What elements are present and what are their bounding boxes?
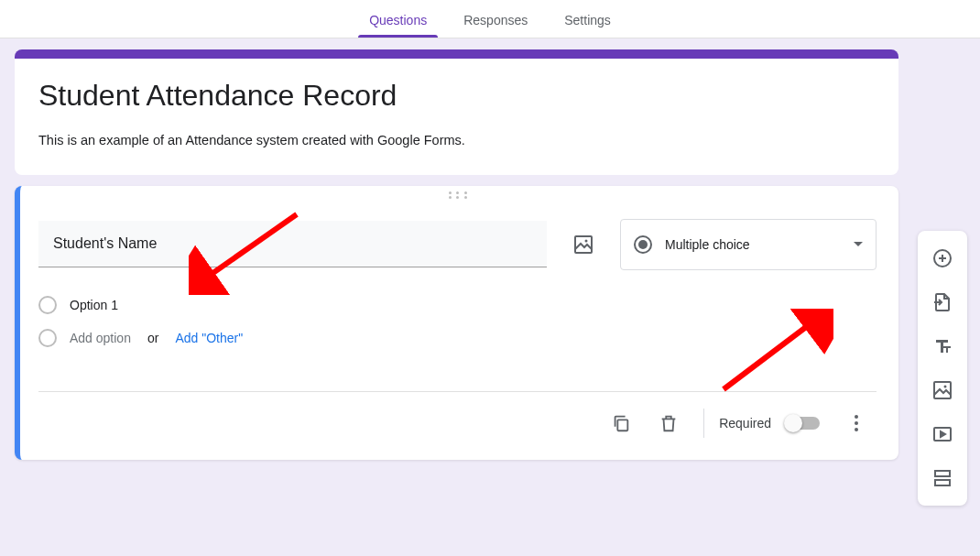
add-image-button[interactable]: [561, 223, 605, 267]
image-icon: [931, 379, 953, 401]
add-option-row: Add option or Add "Other": [38, 322, 877, 354]
svg-rect-4: [934, 382, 951, 398]
question-footer: Required: [38, 391, 877, 449]
question-card: Multiple choice Option 1 Add option or A…: [15, 186, 898, 460]
add-title-button[interactable]: [922, 326, 963, 366]
required-label: Required: [719, 416, 771, 431]
tab-responses[interactable]: Responses: [460, 2, 531, 37]
radio-circle-icon: [38, 296, 57, 314]
more-vertical-icon: [855, 415, 858, 431]
svg-rect-2: [618, 420, 628, 431]
tab-questions[interactable]: Questions: [365, 2, 430, 37]
radio-circle-icon: [38, 329, 57, 347]
drag-handle[interactable]: [20, 186, 898, 201]
trash-icon: [659, 413, 679, 433]
svg-rect-8: [935, 480, 950, 485]
question-title-input[interactable]: [38, 221, 547, 267]
add-option-button[interactable]: Add option: [70, 331, 131, 345]
svg-point-1: [585, 239, 588, 242]
question-header-row: Multiple choice: [38, 219, 877, 270]
form-container: Student Attendance Record This is an exa…: [15, 49, 898, 460]
video-icon: [931, 423, 953, 445]
form-header-card[interactable]: Student Attendance Record This is an exa…: [15, 49, 898, 175]
add-other-button[interactable]: Add "Other": [175, 331, 243, 345]
add-section-button[interactable]: [922, 458, 963, 498]
toggle-knob: [784, 414, 802, 432]
plus-circle-icon: [931, 247, 953, 269]
svg-point-5: [944, 386, 947, 388]
add-question-button[interactable]: [922, 238, 963, 278]
add-image-button-toolbar[interactable]: [922, 370, 963, 410]
side-toolbar: [918, 231, 967, 506]
option-row-1[interactable]: Option 1: [38, 289, 877, 322]
delete-button[interactable]: [648, 403, 689, 443]
or-separator: or: [147, 331, 158, 345]
add-video-button[interactable]: [922, 414, 963, 454]
form-title[interactable]: Student Attendance Record: [38, 79, 875, 113]
tab-settings[interactable]: Settings: [561, 2, 615, 37]
required-toggle[interactable]: [786, 417, 820, 430]
radio-icon: [634, 235, 652, 254]
top-tabs: Questions Responses Settings: [0, 0, 980, 38]
copy-icon: [611, 413, 631, 433]
import-icon: [931, 291, 953, 313]
chevron-down-icon: [854, 242, 863, 246]
import-questions-button[interactable]: [922, 282, 963, 322]
form-description[interactable]: This is an example of an Attendance syst…: [38, 131, 875, 151]
svg-rect-7: [935, 471, 950, 476]
section-icon: [931, 467, 953, 489]
form-canvas: Student Attendance Record This is an exa…: [0, 38, 980, 556]
more-options-button[interactable]: [836, 403, 877, 443]
question-type-selector[interactable]: Multiple choice: [620, 219, 877, 270]
question-type-label: Multiple choice: [665, 237, 841, 252]
duplicate-button[interactable]: [601, 403, 641, 443]
svg-rect-0: [575, 236, 592, 253]
footer-divider: [703, 409, 704, 438]
option-1-text[interactable]: Option 1: [70, 298, 118, 312]
drag-handle-icon: [449, 191, 471, 199]
text-icon: [931, 335, 953, 357]
image-icon: [572, 234, 594, 256]
